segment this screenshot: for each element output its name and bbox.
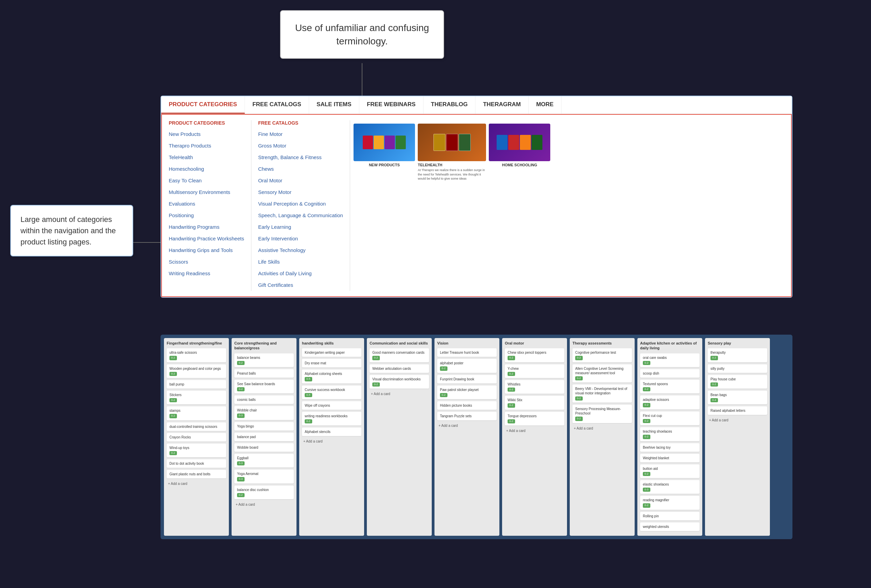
menu-item-early-learning[interactable]: Early Learning bbox=[258, 221, 343, 233]
kanban-card[interactable]: ball pump bbox=[167, 380, 226, 389]
kanban-card[interactable]: Chew stixx pencil toppers0-2 bbox=[505, 348, 564, 362]
menu-item-chews[interactable]: Chews bbox=[258, 163, 343, 175]
menu-item-activities-daily[interactable]: Activities of Daily Living bbox=[258, 268, 343, 279]
kanban-card[interactable]: Crayon Rocks bbox=[167, 433, 226, 441]
kanban-card[interactable]: Peanut balls bbox=[234, 369, 294, 378]
add-card-button[interactable]: + Add a card bbox=[234, 501, 294, 508]
kanban-card[interactable]: Tangram Puzzle sets bbox=[437, 412, 497, 420]
kanban-card[interactable]: reading magnifier0-2 bbox=[640, 496, 699, 509]
kanban-card[interactable]: Kindergarten writing paper bbox=[302, 348, 361, 357]
menu-item-gross-motor[interactable]: Gross Motor bbox=[258, 140, 343, 152]
kanban-card[interactable]: Wikki Stix0-2 bbox=[505, 396, 564, 409]
kanban-card[interactable]: teaching shoelaces0-2 bbox=[640, 427, 699, 441]
kanban-card[interactable]: Y-chew0-2 bbox=[505, 364, 564, 378]
kanban-card[interactable]: button aid0-2 bbox=[640, 464, 699, 478]
kanban-card[interactable]: elastic shoelaces0-3 bbox=[640, 480, 699, 494]
kanban-card[interactable]: scoop dish bbox=[640, 369, 699, 378]
kanban-card[interactable]: weighted utensils bbox=[640, 522, 699, 531]
menu-item-telehealth[interactable]: TeleHealth bbox=[169, 152, 244, 163]
menu-item-speech-language[interactable]: Speech, Language & Communication bbox=[258, 209, 343, 221]
kanban-card[interactable]: Flexi cut cup0-2 bbox=[640, 411, 699, 425]
menu-item-new-products[interactable]: New Products bbox=[169, 129, 244, 140]
kanban-card[interactable]: Dry erase mat bbox=[302, 359, 361, 367]
kanban-card[interactable]: balance disc cushion0-2 bbox=[234, 486, 294, 499]
menu-item-homeschooling[interactable]: Homeschooling bbox=[169, 163, 244, 175]
kanban-card[interactable]: theraputty0-2 bbox=[708, 348, 767, 362]
kanban-card[interactable]: alphabet poster0-2 bbox=[437, 359, 497, 373]
kanban-card[interactable]: Cursive success workbook0-5 bbox=[302, 386, 361, 399]
menu-item-assistive-tech[interactable]: Assistive Technology bbox=[258, 244, 343, 256]
nav-item-therablog[interactable]: THERABLOG bbox=[424, 96, 476, 114]
add-card-button[interactable]: + Add a card bbox=[370, 391, 429, 397]
kanban-card[interactable]: Wobble board bbox=[234, 443, 294, 452]
kanban-card[interactable]: Wipe off crayons bbox=[302, 401, 361, 410]
menu-item-sensory-motor[interactable]: Sensory Motor bbox=[258, 186, 343, 198]
kanban-card[interactable]: Textured spoons0-2 bbox=[640, 380, 699, 393]
menu-item-scissors[interactable]: Scissors bbox=[169, 256, 244, 268]
nav-item-theragram[interactable]: THERAGRAM bbox=[476, 96, 529, 114]
menu-item-early-intervention[interactable]: Early Intervention bbox=[258, 233, 343, 244]
kanban-card[interactable]: Letter Treasure hunt book bbox=[437, 348, 497, 357]
nav-item-product-categories[interactable]: PRODUCT CATEGORIES bbox=[161, 96, 245, 114]
kanban-card[interactable]: Raised alphabet letters bbox=[708, 406, 767, 415]
menu-item-life-skills[interactable]: Life Skills bbox=[258, 256, 343, 268]
kanban-card[interactable]: balance pad bbox=[234, 432, 294, 441]
menu-item-evaluations[interactable]: Evaluations bbox=[169, 198, 244, 209]
kanban-card[interactable]: Alphabet coloring sheets0-5 bbox=[302, 370, 361, 383]
kanban-card[interactable]: See Saw balance boards0-2 bbox=[234, 380, 294, 393]
menu-item-handwriting-grips[interactable]: Handwriting Grips and Tools bbox=[169, 244, 244, 256]
kanban-card[interactable]: Yoga bingo bbox=[234, 422, 294, 431]
kanban-card[interactable]: Beery VMI - Developmental test of visual… bbox=[572, 385, 632, 402]
kanban-card[interactable]: Allen Cognitive Level Screening measure/… bbox=[572, 364, 632, 382]
kanban-card[interactable]: oral care swabs0-2 bbox=[640, 353, 699, 367]
menu-item-writing-readiness[interactable]: Writing Readiness bbox=[169, 268, 244, 279]
add-card-button[interactable]: + Add a card bbox=[437, 422, 497, 429]
nav-item-more[interactable]: MORE bbox=[529, 96, 561, 114]
add-card-button[interactable]: + Add a card bbox=[708, 417, 767, 423]
kanban-card[interactable]: dual-controlled training scissors bbox=[167, 422, 226, 431]
menu-item-handwriting-practice[interactable]: Handwriting Practice Worksheets bbox=[169, 233, 244, 244]
kanban-card[interactable]: Funprint Drawing book bbox=[437, 375, 497, 383]
menu-item-fine-motor[interactable]: Fine Motor bbox=[258, 129, 343, 140]
kanban-card[interactable]: Hidden picture books bbox=[437, 401, 497, 410]
kanban-card[interactable]: Alphabet stencils bbox=[302, 428, 361, 436]
kanban-card[interactable]: Tongue depressors0-2 bbox=[505, 412, 564, 425]
menu-item-easy-to-clean[interactable]: Easy To Clean bbox=[169, 175, 244, 186]
kanban-card[interactable]: Yoga Aeromat0-3 bbox=[234, 470, 294, 483]
kanban-card[interactable]: Webber articulation cards bbox=[370, 364, 429, 373]
kanban-card[interactable]: Sensory Processing Measure- Preschool0-2 bbox=[572, 405, 632, 423]
kanban-card[interactable]: Weighted blanket bbox=[640, 454, 699, 462]
kanban-card[interactable]: Wobble chair0-3 bbox=[234, 406, 294, 420]
add-card-button[interactable]: + Add a card bbox=[167, 480, 226, 487]
kanban-card[interactable]: Bean bags0-4 bbox=[708, 391, 767, 404]
kanban-card[interactable]: writing readiness workbooks0-2 bbox=[302, 412, 361, 425]
kanban-card[interactable]: ultra-safe scissors0-2 bbox=[167, 348, 226, 362]
menu-item-strength-balance[interactable]: Strength, Balance & Fitness bbox=[258, 152, 343, 163]
kanban-card[interactable]: Eggball0-3 bbox=[234, 454, 294, 467]
kanban-card[interactable]: Cognitive performance test0-2 bbox=[572, 348, 632, 362]
kanban-card[interactable]: Beehive lacing toy bbox=[640, 443, 699, 452]
add-card-button[interactable]: + Add a card bbox=[302, 438, 361, 444]
kanban-card[interactable]: Rolling pin bbox=[640, 512, 699, 521]
menu-item-multisensory[interactable]: Multisensory Environments bbox=[169, 186, 244, 198]
kanban-card[interactable]: Whistles0-2 bbox=[505, 380, 564, 394]
kanban-card[interactable]: Wind-up toys0-2 bbox=[167, 444, 226, 457]
nav-item-sale-items[interactable]: SALE ITEMS bbox=[309, 96, 359, 114]
menu-item-handwriting-programs[interactable]: Handwriting Programs bbox=[169, 221, 244, 233]
kanban-card[interactable]: Stickers0-2 bbox=[167, 391, 226, 404]
kanban-card[interactable]: Paw patrol sticker playset0-2 bbox=[437, 386, 497, 399]
kanban-card[interactable]: Play house cube0-2 bbox=[708, 375, 767, 389]
kanban-card[interactable]: Dot to dot activity book bbox=[167, 459, 226, 468]
menu-item-gift-certificates[interactable]: Gift Certificates bbox=[258, 279, 343, 291]
add-card-button[interactable]: + Add a card bbox=[572, 425, 632, 432]
kanban-card[interactable]: cosmic balls bbox=[234, 395, 294, 404]
kanban-card[interactable]: adaptive scissors0-2 bbox=[640, 395, 699, 409]
nav-item-free-webinars[interactable]: FREE WEBINARS bbox=[359, 96, 424, 114]
nav-item-free-catalogs[interactable]: FREE CATALOGS bbox=[245, 96, 309, 114]
kanban-card[interactable]: balance beams0-2 bbox=[234, 353, 294, 367]
kanban-card[interactable]: Good manners conversation cards0-2 bbox=[370, 348, 429, 362]
kanban-card[interactable]: Visual discrimination workbooks0-2 bbox=[370, 375, 429, 389]
kanban-card[interactable]: Wooden pegboard and color pegs0-2 bbox=[167, 364, 226, 378]
menu-item-visual-perception[interactable]: Visual Perception & Cognition bbox=[258, 198, 343, 209]
kanban-card[interactable]: silly putty bbox=[708, 364, 767, 373]
